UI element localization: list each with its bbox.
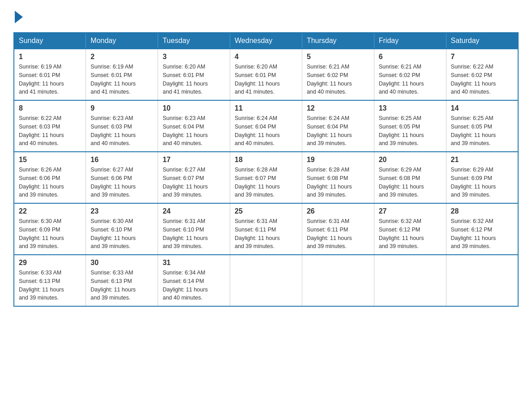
day-info: Sunrise: 6:28 AMSunset: 6:07 PMDaylight:… — [235, 167, 280, 198]
day-number: 7 — [451, 53, 513, 61]
header-tuesday: Tuesday — [158, 33, 230, 49]
calendar-cell: 24 Sunrise: 6:31 AMSunset: 6:10 PMDaylig… — [158, 203, 230, 255]
day-info: Sunrise: 6:19 AMSunset: 6:01 PMDaylight:… — [19, 64, 64, 95]
day-number: 21 — [451, 156, 513, 164]
day-info: Sunrise: 6:31 AMSunset: 6:10 PMDaylight:… — [163, 218, 208, 249]
calendar-cell: 1 Sunrise: 6:19 AMSunset: 6:01 PMDayligh… — [14, 49, 86, 100]
page-header — [13, 9, 519, 23]
day-number: 16 — [90, 156, 153, 164]
day-info: Sunrise: 6:26 AMSunset: 6:06 PMDaylight:… — [19, 167, 64, 198]
calendar-cell: 17 Sunrise: 6:27 AMSunset: 6:07 PMDaylig… — [158, 152, 230, 203]
day-info: Sunrise: 6:20 AMSunset: 6:01 PMDaylight:… — [163, 64, 208, 95]
day-number: 22 — [19, 207, 81, 215]
day-info: Sunrise: 6:31 AMSunset: 6:11 PMDaylight:… — [307, 218, 352, 249]
header-monday: Monday — [86, 33, 158, 49]
calendar-cell: 26 Sunrise: 6:31 AMSunset: 6:11 PMDaylig… — [302, 203, 374, 255]
calendar-cell: 3 Sunrise: 6:20 AMSunset: 6:01 PMDayligh… — [158, 49, 230, 100]
day-number: 3 — [163, 53, 225, 61]
day-info: Sunrise: 6:27 AMSunset: 6:06 PMDaylight:… — [90, 167, 136, 198]
day-number: 18 — [235, 156, 297, 164]
header-friday: Friday — [374, 33, 446, 49]
day-number: 11 — [235, 104, 297, 112]
day-info: Sunrise: 6:28 AMSunset: 6:08 PMDaylight:… — [307, 167, 352, 198]
day-info: Sunrise: 6:25 AMSunset: 6:05 PMDaylight:… — [451, 115, 496, 146]
calendar-cell: 22 Sunrise: 6:30 AMSunset: 6:09 PMDaylig… — [14, 203, 86, 255]
day-number: 20 — [379, 156, 442, 164]
day-info: Sunrise: 6:22 AMSunset: 6:03 PMDaylight:… — [19, 115, 64, 146]
day-info: Sunrise: 6:30 AMSunset: 6:10 PMDaylight:… — [90, 218, 136, 249]
day-number: 24 — [163, 207, 225, 215]
calendar-cell: 21 Sunrise: 6:29 AMSunset: 6:09 PMDaylig… — [446, 152, 518, 203]
day-info: Sunrise: 6:24 AMSunset: 6:04 PMDaylight:… — [307, 115, 352, 146]
day-number: 1 — [19, 53, 81, 61]
calendar-cell: 28 Sunrise: 6:32 AMSunset: 6:12 PMDaylig… — [446, 203, 518, 255]
calendar-cell: 6 Sunrise: 6:21 AMSunset: 6:02 PMDayligh… — [374, 49, 446, 100]
calendar-cell: 16 Sunrise: 6:27 AMSunset: 6:06 PMDaylig… — [86, 152, 158, 203]
calendar-cell: 14 Sunrise: 6:25 AMSunset: 6:05 PMDaylig… — [446, 100, 518, 152]
calendar-cell: 4 Sunrise: 6:20 AMSunset: 6:01 PMDayligh… — [230, 49, 302, 100]
calendar-week-row: 15 Sunrise: 6:26 AMSunset: 6:06 PMDaylig… — [14, 152, 518, 203]
calendar-cell — [302, 255, 374, 306]
calendar-cell: 12 Sunrise: 6:24 AMSunset: 6:04 PMDaylig… — [302, 100, 374, 152]
calendar-cell: 2 Sunrise: 6:19 AMSunset: 6:01 PMDayligh… — [86, 49, 158, 100]
day-info: Sunrise: 6:30 AMSunset: 6:09 PMDaylight:… — [19, 218, 64, 249]
header-sunday: Sunday — [14, 33, 86, 49]
calendar-week-row: 22 Sunrise: 6:30 AMSunset: 6:09 PMDaylig… — [14, 203, 518, 255]
day-info: Sunrise: 6:32 AMSunset: 6:12 PMDaylight:… — [379, 218, 424, 249]
calendar-cell — [374, 255, 446, 306]
day-info: Sunrise: 6:24 AMSunset: 6:04 PMDaylight:… — [235, 115, 280, 146]
calendar-cell: 13 Sunrise: 6:25 AMSunset: 6:05 PMDaylig… — [374, 100, 446, 152]
day-info: Sunrise: 6:20 AMSunset: 6:01 PMDaylight:… — [235, 64, 280, 95]
calendar-cell: 7 Sunrise: 6:22 AMSunset: 6:02 PMDayligh… — [446, 49, 518, 100]
day-number: 8 — [19, 104, 81, 112]
day-number: 10 — [163, 104, 225, 112]
calendar-week-row: 1 Sunrise: 6:19 AMSunset: 6:01 PMDayligh… — [14, 49, 518, 100]
day-number: 15 — [19, 156, 81, 164]
logo — [13, 9, 23, 23]
calendar-week-row: 8 Sunrise: 6:22 AMSunset: 6:03 PMDayligh… — [14, 100, 518, 152]
logo-arrow-icon — [15, 11, 23, 23]
day-info: Sunrise: 6:34 AMSunset: 6:14 PMDaylight:… — [163, 270, 208, 301]
calendar-cell: 10 Sunrise: 6:23 AMSunset: 6:04 PMDaylig… — [158, 100, 230, 152]
day-info: Sunrise: 6:32 AMSunset: 6:12 PMDaylight:… — [451, 218, 496, 249]
calendar-table: SundayMondayTuesdayWednesdayThursdayFrid… — [13, 32, 519, 307]
day-info: Sunrise: 6:21 AMSunset: 6:02 PMDaylight:… — [307, 64, 352, 95]
calendar-cell: 30 Sunrise: 6:33 AMSunset: 6:13 PMDaylig… — [86, 255, 158, 306]
day-info: Sunrise: 6:31 AMSunset: 6:11 PMDaylight:… — [235, 218, 280, 249]
day-info: Sunrise: 6:23 AMSunset: 6:03 PMDaylight:… — [90, 115, 136, 146]
day-number: 27 — [379, 207, 442, 215]
calendar-cell — [446, 255, 518, 306]
day-info: Sunrise: 6:33 AMSunset: 6:13 PMDaylight:… — [90, 270, 136, 301]
day-number: 23 — [90, 207, 153, 215]
day-info: Sunrise: 6:27 AMSunset: 6:07 PMDaylight:… — [163, 167, 208, 198]
header-wednesday: Wednesday — [230, 33, 302, 49]
calendar-cell: 18 Sunrise: 6:28 AMSunset: 6:07 PMDaylig… — [230, 152, 302, 203]
calendar-cell: 27 Sunrise: 6:32 AMSunset: 6:12 PMDaylig… — [374, 203, 446, 255]
day-number: 29 — [19, 259, 81, 267]
day-number: 28 — [451, 207, 513, 215]
day-info: Sunrise: 6:21 AMSunset: 6:02 PMDaylight:… — [379, 64, 424, 95]
header-thursday: Thursday — [302, 33, 374, 49]
calendar-header-row: SundayMondayTuesdayWednesdayThursdayFrid… — [14, 33, 518, 49]
day-number: 30 — [90, 259, 153, 267]
day-number: 25 — [235, 207, 297, 215]
day-number: 14 — [451, 104, 513, 112]
day-info: Sunrise: 6:23 AMSunset: 6:04 PMDaylight:… — [163, 115, 208, 146]
calendar-week-row: 29 Sunrise: 6:33 AMSunset: 6:13 PMDaylig… — [14, 255, 518, 306]
day-number: 31 — [163, 259, 225, 267]
day-number: 12 — [307, 104, 369, 112]
day-number: 17 — [163, 156, 225, 164]
day-info: Sunrise: 6:33 AMSunset: 6:13 PMDaylight:… — [19, 270, 64, 301]
calendar-cell: 29 Sunrise: 6:33 AMSunset: 6:13 PMDaylig… — [14, 255, 86, 306]
calendar-cell: 11 Sunrise: 6:24 AMSunset: 6:04 PMDaylig… — [230, 100, 302, 152]
day-number: 26 — [307, 207, 369, 215]
calendar-cell: 25 Sunrise: 6:31 AMSunset: 6:11 PMDaylig… — [230, 203, 302, 255]
calendar-cell: 20 Sunrise: 6:29 AMSunset: 6:08 PMDaylig… — [374, 152, 446, 203]
day-number: 13 — [379, 104, 442, 112]
day-number: 19 — [307, 156, 369, 164]
calendar-cell: 8 Sunrise: 6:22 AMSunset: 6:03 PMDayligh… — [14, 100, 86, 152]
day-number: 4 — [235, 53, 297, 61]
calendar-cell — [230, 255, 302, 306]
day-info: Sunrise: 6:19 AMSunset: 6:01 PMDaylight:… — [90, 64, 136, 95]
calendar-cell: 5 Sunrise: 6:21 AMSunset: 6:02 PMDayligh… — [302, 49, 374, 100]
